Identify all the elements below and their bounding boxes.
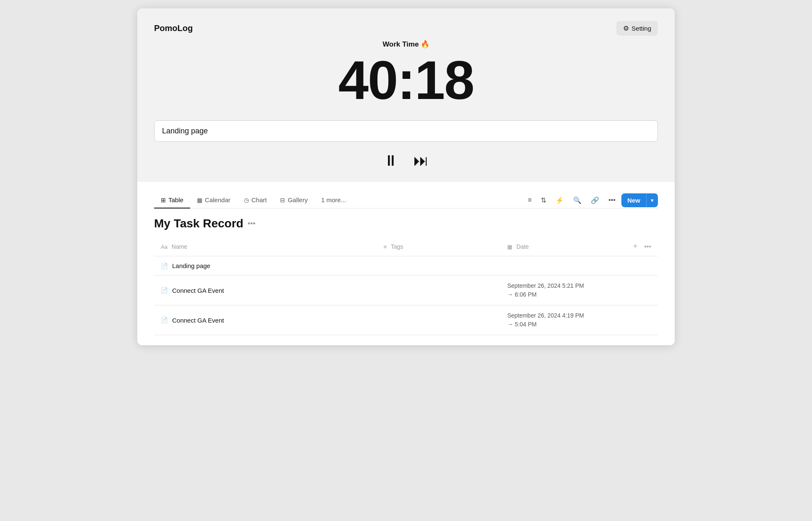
task-input[interactable]: [154, 120, 658, 142]
row2-name: Connect GA Event: [172, 287, 224, 294]
row1-tags-cell: [377, 256, 500, 276]
toolbar-actions: ≡ ⇅ ⚡ 🔍 🔗 ••• New: [524, 193, 658, 207]
skip-button[interactable]: ⏭: [414, 152, 429, 169]
timer-section: PomoLog ⚙ Setting Work Time 🔥 40:18 ⏸ ⏭: [137, 8, 675, 182]
col-header-tags: ≡ Tags: [377, 237, 500, 256]
timer-label-row: Work Time 🔥: [154, 40, 658, 49]
date-col-label: Date: [516, 243, 529, 250]
table-row: 📄 Connect GA Event September 26, 2024 4:…: [154, 305, 658, 335]
row3-name-content: 📄 Connect GA Event: [161, 317, 370, 324]
table-row: 📄 Landing page: [154, 256, 658, 276]
col-header-more-icon[interactable]: •••: [644, 243, 651, 250]
row2-doc-icon: 📄: [161, 287, 168, 294]
link-button[interactable]: 🔗: [587, 194, 602, 207]
sort-icon: ⇅: [541, 196, 546, 204]
lightning-icon: ⚡: [555, 196, 564, 204]
pause-icon: ⏸: [383, 152, 400, 169]
row1-name-content: 📄 Landing page: [161, 262, 370, 269]
flame-icon: 🔥: [421, 40, 430, 48]
chart-tab-icon: ◷: [244, 197, 249, 203]
table-more-icon[interactable]: •••: [248, 219, 256, 228]
table-row: 📄 Connect GA Event September 26, 2024 5:…: [154, 276, 658, 305]
filter-icon: ≡: [528, 196, 532, 204]
name-col-label: Name: [172, 243, 187, 250]
tab-table-label: Table: [168, 196, 183, 203]
calendar-tab-icon: ▦: [197, 197, 202, 203]
table-title-row: My Task Record •••: [154, 217, 658, 230]
gear-icon: ⚙: [623, 24, 629, 32]
tab-chart[interactable]: ◷ Chart: [237, 192, 274, 208]
row2-date: September 26, 2024 5:21 PM→ 6:06 PM: [507, 282, 584, 298]
sort-button[interactable]: ⇅: [537, 194, 550, 207]
search-button[interactable]: 🔍: [570, 194, 585, 207]
tabs-row: ⊞ Table ▦ Calendar ◷ Chart ⊟ Gallery 1 m…: [154, 192, 658, 208]
row1-name: Landing page: [172, 262, 210, 269]
row1-name-cell: 📄 Landing page: [154, 256, 377, 276]
more-toolbar-button[interactable]: •••: [605, 194, 619, 206]
tab-calendar-label: Calendar: [205, 196, 231, 203]
row3-action-cell: [625, 305, 658, 335]
add-column-button[interactable]: +: [631, 240, 639, 253]
app-container: PomoLog ⚙ Setting Work Time 🔥 40:18 ⏸ ⏭: [137, 8, 675, 345]
timer-label: Work Time: [382, 40, 419, 48]
setting-button[interactable]: ⚙ Setting: [616, 21, 658, 36]
db-section: ⊞ Table ▦ Calendar ◷ Chart ⊟ Gallery 1 m…: [137, 182, 675, 345]
row3-name: Connect GA Event: [172, 317, 224, 324]
name-col-icon: Aa: [161, 244, 168, 250]
controls-row: ⏸ ⏭: [154, 152, 658, 169]
row1-date-cell: [500, 256, 625, 276]
row2-name-cell: 📄 Connect GA Event: [154, 276, 377, 305]
row1-doc-icon: 📄: [161, 263, 168, 269]
data-table: Aa Name ≡ Tags ▦ Date + •••: [154, 237, 658, 335]
col-header-actions: + •••: [625, 237, 658, 256]
col-actions-header: + •••: [631, 240, 651, 253]
row2-action-cell: [625, 276, 658, 305]
gallery-tab-icon: ⊟: [280, 197, 285, 203]
row3-name-cell: 📄 Connect GA Event: [154, 305, 377, 335]
tags-col-label: Tags: [391, 243, 403, 250]
row3-date: September 26, 2024 4:19 PM→ 5:04 PM: [507, 312, 584, 328]
filter-button[interactable]: ≡: [524, 194, 535, 206]
pause-button[interactable]: ⏸: [383, 152, 400, 169]
row3-date-cell: September 26, 2024 4:19 PM→ 5:04 PM: [500, 305, 625, 335]
tab-more[interactable]: 1 more...: [314, 192, 353, 208]
tags-col-icon: ≡: [383, 244, 387, 250]
row2-date-cell: September 26, 2024 5:21 PM→ 6:06 PM: [500, 276, 625, 305]
tab-gallery[interactable]: ⊟ Gallery: [273, 192, 314, 208]
tab-table[interactable]: ⊞ Table: [154, 192, 190, 208]
tab-calendar[interactable]: ▦ Calendar: [190, 192, 237, 208]
table-header-row: Aa Name ≡ Tags ▦ Date + •••: [154, 237, 658, 256]
chevron-down-icon: ▾: [651, 197, 654, 203]
tab-gallery-label: Gallery: [288, 196, 308, 203]
tab-chart-label: Chart: [251, 196, 267, 203]
lightning-button[interactable]: ⚡: [552, 194, 567, 207]
search-icon: 🔍: [573, 196, 581, 204]
new-button[interactable]: New: [621, 193, 646, 207]
setting-label: Setting: [631, 25, 651, 32]
row2-name-content: 📄 Connect GA Event: [161, 287, 370, 294]
table-tab-icon: ⊞: [161, 197, 166, 203]
app-title: PomoLog: [154, 23, 193, 33]
header-row: PomoLog ⚙ Setting: [154, 21, 658, 36]
tab-more-label: 1 more...: [321, 196, 346, 203]
timer-display: 40:18: [154, 50, 658, 110]
col-header-date: ▦ Date: [500, 237, 625, 256]
row3-doc-icon: 📄: [161, 317, 168, 323]
row3-tags-cell: [377, 305, 500, 335]
date-col-icon: ▦: [507, 244, 512, 250]
link-icon: 🔗: [591, 196, 599, 204]
row1-action-cell: [625, 256, 658, 276]
new-button-group: New ▾: [621, 193, 658, 207]
new-dropdown-button[interactable]: ▾: [646, 194, 658, 207]
more-toolbar-icon: •••: [608, 196, 616, 204]
table-title: My Task Record: [154, 217, 244, 230]
skip-icon: ⏭: [414, 152, 429, 169]
row2-tags-cell: [377, 276, 500, 305]
col-header-name: Aa Name: [154, 237, 377, 256]
